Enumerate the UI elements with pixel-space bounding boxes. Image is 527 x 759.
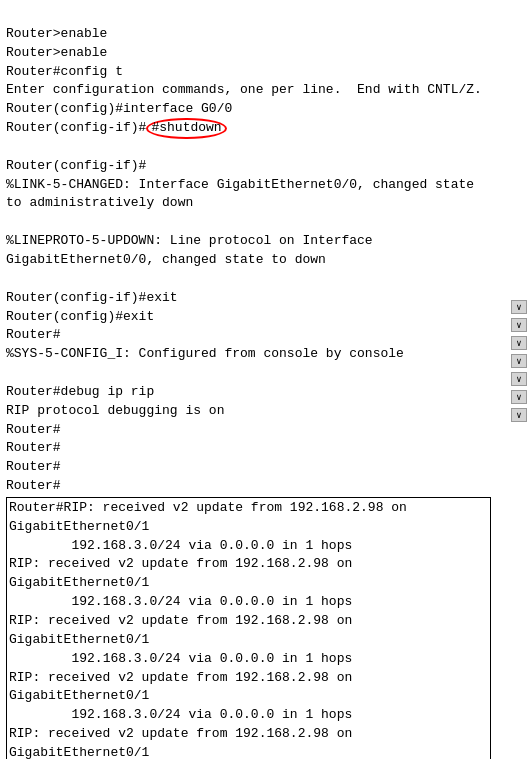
terminal-container: Router>enable Router>enable Router#confi… [0, 0, 511, 759]
scroll-arrow-6[interactable]: ∨ [511, 390, 527, 404]
scroll-arrow-2[interactable]: ∨ [511, 318, 527, 332]
scroll-arrow-7[interactable]: ∨ [511, 408, 527, 422]
scroll-arrow-5[interactable]: ∨ [511, 372, 527, 386]
rip-update-box: Router#RIP: received v2 update from 192.… [6, 497, 491, 759]
scroll-arrow-1[interactable]: ∨ [511, 300, 527, 314]
scroll-arrow-3[interactable]: ∨ [511, 336, 527, 350]
scroll-arrow-4[interactable]: ∨ [511, 354, 527, 368]
line-1: Router>enable Router>enable Router#confi… [6, 26, 482, 493]
terminal-content: Router>enable Router>enable Router#confi… [6, 6, 511, 759]
boxed-content: Router#RIP: received v2 update from 192.… [9, 500, 407, 759]
right-scrollbar-area: ∨ ∨ ∨ ∨ ∨ ∨ ∨ [511, 0, 527, 759]
shutdown-command: #shutdown [146, 118, 226, 139]
